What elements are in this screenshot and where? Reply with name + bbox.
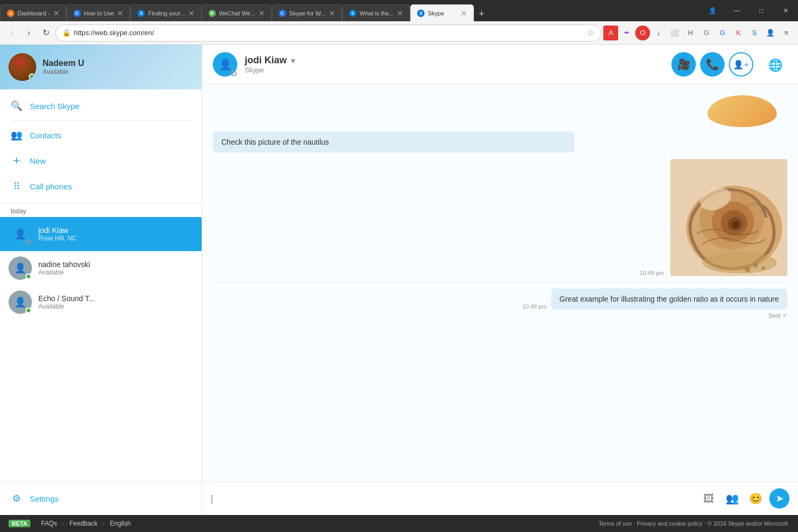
video-call-button[interactable]: 🎥 <box>671 52 696 77</box>
contacts-list: today 👤 jodi Kiaw Rose Hill, NC 👤 <box>0 203 202 481</box>
search-nav-item[interactable]: 🔍 Search Skype <box>0 94 202 118</box>
image-send-icon: 🖼 <box>703 493 714 505</box>
browser-chrome: a Dashboard - ✕ C How to Use ✕ S Finding… <box>0 0 798 45</box>
message-divider <box>213 282 787 283</box>
feedback-link[interactable]: Feedback <box>70 520 98 527</box>
globe-button[interactable]: 🌐 <box>763 53 787 78</box>
chat-input[interactable] <box>221 491 694 506</box>
footer-separator-1: · <box>62 520 64 527</box>
new-icon: + <box>11 154 22 168</box>
contact-avatar-icon-echo: 👤 <box>14 296 26 308</box>
copyright-text: © 2016 Skype and/or Microsoft. <box>708 520 789 527</box>
message-sent-container: 10:49 pm Great example for illustrating … <box>213 288 787 319</box>
extension3-icon[interactable]: H <box>683 26 698 40</box>
nautilus-svg <box>670 159 787 276</box>
tab-what-is-the-close[interactable]: ✕ <box>397 9 403 18</box>
add-contact-msg-button[interactable]: 👥 <box>722 489 742 508</box>
grammarly-icon[interactable]: G <box>715 26 730 40</box>
tab-dashboard-close[interactable]: ✕ <box>53 9 60 18</box>
tab-dashboard[interactable]: a Dashboard - ✕ <box>0 4 66 21</box>
tab-skype[interactable]: S Skype ✕ <box>410 4 474 21</box>
extension1-icon[interactable]: ✒ <box>619 26 634 40</box>
close-button[interactable]: ✕ <box>774 0 798 21</box>
extension4-icon[interactable]: G <box>699 26 714 40</box>
forward-button[interactable]: › <box>21 26 36 40</box>
call-phones-nav-item[interactable]: ⠿ Call phones <box>0 174 202 198</box>
chat-messages[interactable]: Check this picture of the nautilus 10:49… <box>202 85 798 481</box>
contact-name-nadine: nadine tahovski <box>38 260 193 269</box>
tab-skype-label: Skype <box>428 10 444 16</box>
tab-how-to-use[interactable]: C How to Use ✕ <box>66 4 131 21</box>
message-image-container: 10:49 pm <box>213 159 787 276</box>
download-icon[interactable]: ↓ <box>651 26 666 40</box>
chat-header: 👤 jodi Kiaw ▾ Skype 🎥 📞 👤+ <box>202 45 798 85</box>
svg-point-8 <box>702 252 777 273</box>
contact-info-nadine: nadine tahovski Available <box>38 260 193 276</box>
add-contact-button[interactable]: 👤+ <box>729 52 753 77</box>
sent-check-icon: ✓ <box>783 312 787 319</box>
opera-icon[interactable]: O <box>635 26 650 40</box>
chat-contact-avatar: 👤 <box>213 52 237 77</box>
tab-finding-your[interactable]: S Finding your... ✕ <box>130 4 201 21</box>
tab-wechat[interactable]: B WeChat We... ✕ <box>202 4 272 21</box>
address-input[interactable] <box>74 29 584 37</box>
input-actions: 🖼 👥 😊 ➤ <box>699 488 789 509</box>
refresh-button[interactable]: ↻ <box>38 26 53 40</box>
tab-what-is-the[interactable]: S What is the... ✕ <box>342 4 410 21</box>
skype-toolbar-icon[interactable]: S <box>747 26 762 40</box>
contact-status-nadine <box>26 273 31 279</box>
tab-what-is-the-label: What is the... <box>360 10 394 16</box>
sent-label: Sent <box>768 312 780 319</box>
emoji-icon: 😊 <box>749 492 762 505</box>
tab-how-to-use-close[interactable]: ✕ <box>117 9 123 18</box>
emoji-button[interactable]: 😊 <box>746 489 765 508</box>
back-button[interactable]: ‹ <box>4 26 19 40</box>
contact-info-echo: Echo / Sound T... Available <box>38 294 193 310</box>
chat-action-buttons: 🎥 📞 👤+ <box>671 52 753 77</box>
chat-contact-name: jodi Kiaw ▾ <box>245 55 664 66</box>
chrome-menu-icon[interactable]: ≡ <box>779 26 794 40</box>
contacts-nav-item[interactable]: 👥 Contacts <box>0 123 202 147</box>
tab-wechat-label: WeChat We... <box>219 10 255 16</box>
image-send-button[interactable]: 🖼 <box>699 489 718 508</box>
bookmark-icon[interactable]: ☆ <box>587 28 594 38</box>
maximize-button[interactable]: □ <box>749 0 774 21</box>
address-bar[interactable]: 🔒 ☆ <box>55 24 601 41</box>
minimize-button[interactable]: — <box>725 0 749 21</box>
message-time-sent: 10:49 pm <box>522 303 547 310</box>
tab-skype-for-w-close[interactable]: ✕ <box>329 9 335 18</box>
video-call-icon: 🎥 <box>677 58 691 71</box>
faqs-link[interactable]: FAQs <box>41 520 57 527</box>
user-icon-button[interactable]: 👤 <box>700 0 725 21</box>
user-info: Nadeem U Available <box>43 59 193 76</box>
contact-item-nadine[interactable]: 👤 nadine tahovski Available <box>0 251 202 285</box>
new-tab-button[interactable]: + <box>474 6 489 21</box>
terms-link[interactable]: Terms of use <box>598 520 632 527</box>
send-button[interactable]: ➤ <box>769 488 789 509</box>
language-link[interactable]: English <box>110 520 131 527</box>
extension5-icon[interactable]: K <box>731 26 746 40</box>
new-nav-item[interactable]: + New <box>0 147 202 174</box>
sidebar: Nadeem U Available 🔍 Search Skype 👥 Cont… <box>0 45 202 515</box>
privacy-link[interactable]: Privacy and cookie policy <box>637 520 703 527</box>
tab-skype-close[interactable]: ✕ <box>461 9 467 18</box>
contact-item-jodi[interactable]: 👤 jodi Kiaw Rose Hill, NC <box>0 217 202 251</box>
sidebar-header: Nadeem U Available <box>0 45 202 89</box>
nav-divider-1 <box>11 120 191 121</box>
contact-name-chevron[interactable]: ▾ <box>291 56 295 65</box>
tab-finding-your-label: Finding your... <box>148 10 185 16</box>
settings-nav-item[interactable]: ⚙ Settings <box>0 486 202 511</box>
message-sent-status: Sent ✓ <box>768 312 787 319</box>
extension6-icon[interactable]: 👤 <box>763 26 778 40</box>
voice-call-button[interactable]: 📞 <box>700 52 725 77</box>
avast-icon[interactable]: A <box>603 26 618 40</box>
extension2-icon[interactable]: ⬜ <box>667 26 682 40</box>
svg-point-6 <box>732 221 739 228</box>
tab-finding-your-close[interactable]: ✕ <box>188 9 195 18</box>
chat-input-area: | 🖼 👥 😊 ➤ <box>202 481 798 515</box>
user-avatar[interactable] <box>9 53 36 81</box>
footer-links: FAQs · Feedback · English <box>41 520 131 527</box>
tab-skype-for-w[interactable]: C Skype for W... ✕ <box>272 4 342 21</box>
contact-item-echo[interactable]: 👤 Echo / Sound T... Available <box>0 285 202 319</box>
tab-wechat-close[interactable]: ✕ <box>259 9 265 18</box>
